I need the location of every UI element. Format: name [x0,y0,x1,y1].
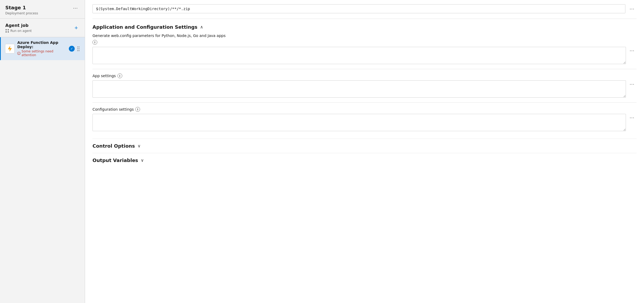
task-info: Azure Function App Deploy: ! Some settin… [17,40,66,57]
left-panel: Stage 1 Deployment process ··· Agent job… [0,0,85,303]
app-settings-textarea[interactable] [92,80,626,98]
warning-text: Some settings need attention [22,49,66,57]
task-item[interactable]: Azure Function App Deploy: ! Some settin… [0,37,85,60]
control-options-header[interactable]: Control Options ∨ [92,143,637,149]
task-item-right [69,45,81,52]
zip-path-input[interactable] [92,4,625,13]
stage-title: Stage 1 [5,5,38,10]
config-settings-textarea-row: ··· [92,114,637,131]
config-settings-textarea[interactable] [92,114,626,131]
task-title: Azure Function App Deploy: [17,40,66,49]
web-config-label: Generate web.config parameters for Pytho… [92,34,637,38]
app-settings-label-row: App settings i [92,73,637,78]
drag-dot [79,47,79,47]
stage-header: Stage 1 Deployment process ··· [0,0,85,19]
output-variables-header[interactable]: Output Variables ∨ [92,157,637,163]
app-settings-field: App settings i ··· [92,73,637,98]
app-settings-textarea-row: ··· [92,80,637,98]
svg-rect-0 [6,29,7,30]
grid-icon [5,29,9,33]
app-config-chevron: ∧ [200,24,203,30]
svg-rect-2 [6,31,7,32]
web-config-more-button[interactable]: ··· [628,47,637,55]
config-settings-label-row: Configuration settings i [92,107,637,112]
web-config-description: Generate web.config parameters for Pytho… [92,34,226,38]
app-config-section-header[interactable]: Application and Configuration Settings ∧ [92,24,637,30]
stage-header-left: Stage 1 Deployment process [5,5,38,15]
config-settings-label: Configuration settings [92,107,134,111]
task-check-circle [69,46,75,52]
web-config-textarea-row: ··· [92,47,637,64]
drag-row-1 [77,47,79,47]
run-on-agent-label: Run on agent [10,29,32,33]
right-panel: ··· Application and Configuration Settin… [85,0,644,303]
divider-2 [92,102,637,103]
agent-job-title: Agent job [5,23,32,28]
output-variables-section: Output Variables ∨ [92,153,637,167]
config-settings-info-icon[interactable]: i [135,107,140,112]
drag-dot [77,50,78,51]
drag-dot [77,48,78,49]
svg-rect-3 [8,31,9,32]
drag-dot [79,50,79,51]
lightning-icon [7,45,13,52]
drag-dot [77,47,78,47]
divider-1 [92,69,637,69]
svg-rect-1 [8,29,9,30]
web-config-info-row: i [92,40,637,45]
app-settings-label: App settings [92,74,116,78]
control-options-section: Control Options ∨ [92,139,637,153]
config-settings-field: Configuration settings i ··· [92,107,637,131]
azure-function-icon [5,44,15,53]
top-input-row: ··· [92,0,637,19]
web-config-textarea[interactable] [92,47,626,64]
add-task-button[interactable]: + [73,24,79,32]
stage-subtitle: Deployment process [5,11,38,15]
drag-row-3 [77,50,79,51]
output-variables-title: Output Variables [92,157,138,163]
zip-more-button[interactable]: ··· [628,5,637,13]
warning-icon: ! [17,52,20,55]
config-settings-more-button[interactable]: ··· [628,114,637,122]
web-config-info-icon[interactable]: i [92,40,97,45]
control-options-chevron: ∨ [138,143,141,148]
task-warning: ! Some settings need attention [17,49,66,57]
output-variables-chevron: ∨ [141,158,144,163]
drag-dots [77,47,79,51]
svg-text:!: ! [18,52,19,55]
drag-dot [79,48,79,49]
app-settings-more-button[interactable]: ··· [628,80,637,88]
app-config-section-title: Application and Configuration Settings [92,24,197,30]
control-options-title: Control Options [92,143,135,149]
stage-more-button[interactable]: ··· [71,5,79,11]
task-item-left: Azure Function App Deploy: ! Some settin… [5,40,66,57]
drag-handle[interactable] [76,45,81,52]
agent-job-meta: Run on agent [5,29,32,33]
agent-job-section: Agent job Run on agent + [0,19,85,37]
web-config-field: Generate web.config parameters for Pytho… [92,34,637,64]
app-settings-info-icon[interactable]: i [117,73,122,78]
agent-job-info: Agent job Run on agent [5,23,32,33]
svg-marker-4 [8,46,12,51]
app-config-section: Application and Configuration Settings ∧… [92,19,637,139]
drag-row-2 [77,48,79,49]
